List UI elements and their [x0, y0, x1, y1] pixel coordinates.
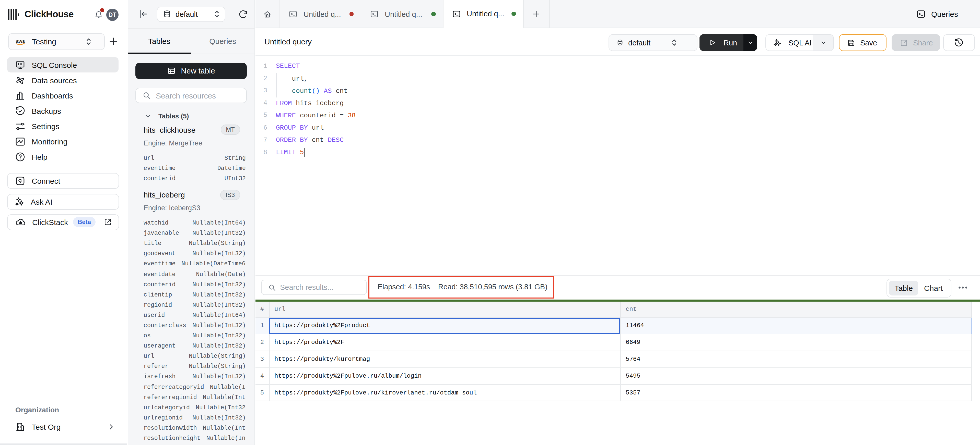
- svg-text:aws: aws: [16, 38, 25, 44]
